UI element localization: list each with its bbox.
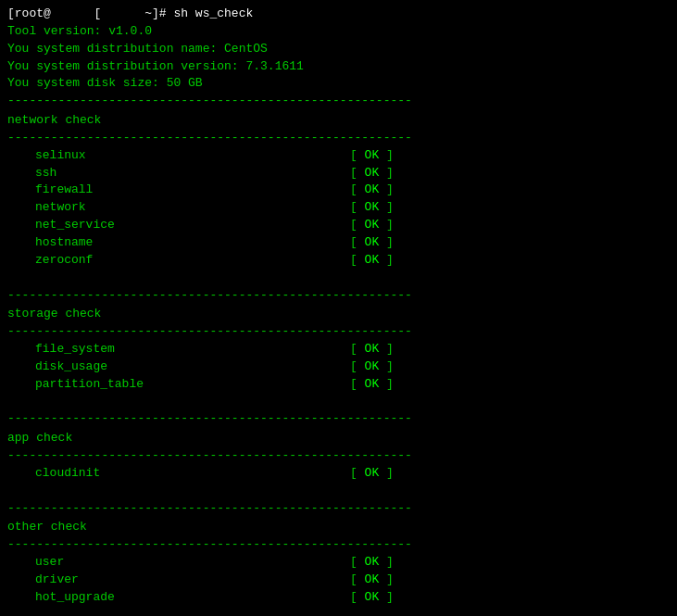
check-network: network [ OK ] <box>7 199 670 217</box>
dist-name-line: You system distribution name: CentOS <box>7 41 670 58</box>
tool-version-line: Tool version: v1.0.0 <box>7 23 670 41</box>
check-hot_upgrade: hot_upgrade [ OK ] <box>7 589 670 607</box>
blank-4 <box>7 607 670 616</box>
check-status-hot_upgrade: [ OK ] <box>350 589 394 607</box>
section-app-header: app check <box>7 430 670 447</box>
disk-size: You system disk size: 50 GB <box>7 75 203 93</box>
dist-name: You system distribution name: CentOS <box>7 41 268 58</box>
check-label-firewall: firewall <box>35 182 350 199</box>
check-label-file_system: file_system <box>35 341 350 358</box>
divider-1: ----------------------------------------… <box>7 130 670 147</box>
check-zeroconf: zeroconf [ OK ] <box>7 252 670 270</box>
check-status-net_service: [ OK ] <box>350 217 394 234</box>
blank-3 <box>7 483 670 500</box>
check-status-network: [ OK ] <box>350 199 394 217</box>
check-selinux: selinux [ OK ] <box>7 147 670 165</box>
check-status-file_system: [ OK ] <box>350 341 394 358</box>
section-storage-header: storage check <box>7 306 670 323</box>
divider-2: ----------------------------------------… <box>7 287 670 305</box>
check-status-user: [ OK ] <box>350 554 394 572</box>
check-status-hostname: [ OK ] <box>350 234 394 252</box>
check-user: user [ OK ] <box>7 554 670 572</box>
divider-5: ----------------------------------------… <box>7 447 670 465</box>
check-status-zeroconf: [ OK ] <box>350 252 394 270</box>
dist-version-line: You system distribution version: 7.3.161… <box>7 58 670 76</box>
check-status-partition_table: [ OK ] <box>350 376 394 394</box>
blank-2 <box>7 394 670 411</box>
prompt-line: [root@ [ ~]# sh ws_check <box>7 6 670 23</box>
blank-1 <box>7 270 670 287</box>
divider-0: ----------------------------------------… <box>7 93 670 110</box>
check-hostname: hostname [ OK ] <box>7 234 670 252</box>
check-driver: driver [ OK ] <box>7 572 670 589</box>
check-status-firewall: [ OK ] <box>350 182 394 199</box>
check-label-net_service: net_service <box>35 217 350 234</box>
check-status-driver: [ OK ] <box>350 572 394 589</box>
section-network-header: network check <box>7 112 670 130</box>
check-status-disk_usage: [ OK ] <box>350 358 394 376</box>
section-other-header: other check <box>7 519 670 536</box>
dist-version: You system distribution version: 7.3.161… <box>7 58 304 76</box>
check-net_service: net_service [ OK ] <box>7 217 670 234</box>
check-status-ssh: [ OK ] <box>350 165 394 182</box>
divider-4: ----------------------------------------… <box>7 410 670 428</box>
check-label-user: user <box>35 554 350 572</box>
check-label-zeroconf: zeroconf <box>35 252 350 270</box>
check-disk_usage: disk_usage [ OK ] <box>7 358 670 376</box>
check-label-selinux: selinux <box>35 147 350 165</box>
check-label-cloudinit: cloudinit <box>35 465 350 483</box>
check-status-selinux: [ OK ] <box>350 147 394 165</box>
check-file_system: file_system [ OK ] <box>7 341 670 358</box>
divider-7: ----------------------------------------… <box>7 536 670 554</box>
check-label-disk_usage: disk_usage <box>35 358 350 376</box>
disk-size-line: You system disk size: 50 GB <box>7 75 670 93</box>
check-label-hostname: hostname <box>35 234 350 252</box>
terminal: [root@ [ ~]# sh ws_check Tool version: v… <box>7 6 670 616</box>
check-label-ssh: ssh <box>35 165 350 182</box>
check-label-network: network <box>35 199 350 217</box>
check-partition_table: partition_table [ OK ] <box>7 376 670 394</box>
check-status-cloudinit: [ OK ] <box>350 465 394 483</box>
check-label-hot_upgrade: hot_upgrade <box>35 589 350 607</box>
check-label-driver: driver <box>35 572 350 589</box>
check-cloudinit: cloudinit [ OK ] <box>7 465 670 483</box>
check-label-partition_table: partition_table <box>35 376 350 394</box>
tool-version: Tool version: v1.0.0 <box>7 23 152 41</box>
prompt-text: [root@ [ ~]# sh ws_check <box>7 6 253 23</box>
check-ssh: ssh [ OK ] <box>7 165 670 182</box>
divider-6: ----------------------------------------… <box>7 500 670 518</box>
check-firewall: firewall [ OK ] <box>7 182 670 199</box>
divider-3: ----------------------------------------… <box>7 323 670 341</box>
